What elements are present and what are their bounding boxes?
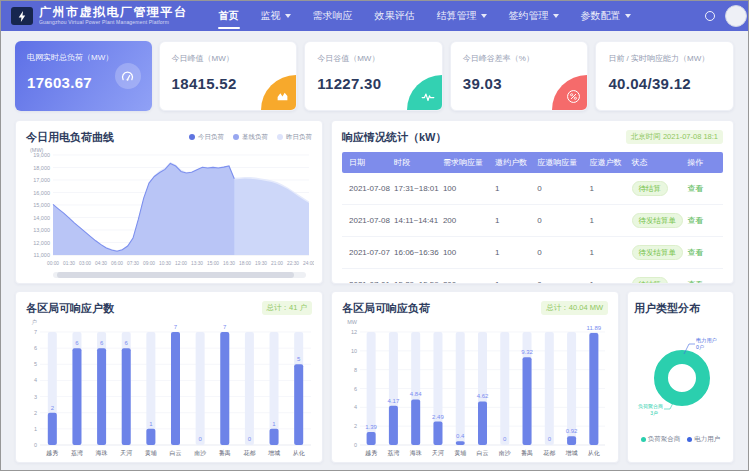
column-header: 状态 [629,152,685,173]
svg-text:海珠: 海珠 [410,450,422,456]
menu-item-5[interactable]: 签约管理 [498,1,570,31]
svg-text:越秀: 越秀 [365,449,377,457]
svg-text:07:30: 07:30 [127,261,139,266]
kpi-label: 今日峰值（MW） [172,53,285,64]
legend-dot [277,134,283,140]
kpi-card-3: 今日峰谷差率（%）39.03 [450,41,589,111]
legend-item-2[interactable]: 昨日负荷 [277,133,312,142]
svg-text:0: 0 [34,442,37,448]
cell-period: 16:06~16:36 [391,237,440,269]
kpi-label: 今日谷值（MW） [317,53,430,64]
svg-text:3户: 3户 [650,410,658,416]
cell-responded: 0 [534,237,586,269]
svg-text:黄埔: 黄埔 [145,450,157,456]
load-curve-title: 今日用电负荷曲线 [26,130,114,145]
menu-item-0[interactable]: 首页 [208,1,250,31]
svg-text:14,000: 14,000 [33,215,50,221]
svg-text:花都: 花都 [243,450,255,457]
menu-item-2[interactable]: 需求响应 [302,1,364,31]
svg-text:黄埔: 黄埔 [454,450,466,456]
svg-text:3: 3 [34,394,37,400]
menu-item-label: 需求响应 [313,9,353,23]
column-header: 操作 [684,152,723,173]
svg-text:2.49: 2.49 [432,414,444,420]
chevron-down-icon [285,14,291,18]
svg-text:4: 4 [354,404,357,410]
column-header: 时段 [391,152,440,173]
cell-date: 2021-07-08 [342,205,391,237]
legend-item-1[interactable]: 基线负荷 [233,133,268,142]
svg-text:荔湾: 荔湾 [71,449,83,457]
svg-text:13:30: 13:30 [191,261,203,266]
legend-label: 基线负荷 [242,133,268,142]
cell-demand: 200 [440,205,492,237]
svg-text:0: 0 [354,442,357,448]
response-table-body: 2021-07-0817:31~18:01100101待结算查看2021-07-… [342,173,723,284]
svg-text:南沙: 南沙 [194,450,206,456]
user-type-legend: 负荷聚合商电力用户 [634,435,727,444]
middle-row: 今日用电负荷曲线 今日负荷基线负荷昨日负荷 11,00012,00013,000… [15,120,734,284]
svg-text:09:00: 09:00 [143,261,155,266]
donut-legend-item-1[interactable]: 电力用户 [687,435,720,444]
svg-text:7: 7 [174,324,178,330]
column-header: 邀约户数 [492,152,534,173]
navbar: 广州市虚拟电厂管理平台 Guangzhou Virtual Power Plan… [1,1,748,31]
response-table: 日期时段需求响应量邀约户数应邀响应量应邀户数状态操作 2021-07-0817:… [342,152,723,284]
cell-responded: 0 [534,269,586,285]
response-stats-title: 响应情况统计（kW） [342,130,447,145]
menu-item-6[interactable]: 参数配置 [570,1,642,31]
cell-invited: 1 [492,205,534,237]
menu-item-3[interactable]: 效果评估 [364,1,426,31]
svg-text:8: 8 [354,367,357,373]
menu-item-label: 结算管理 [437,9,477,23]
view-link[interactable]: 查看 [687,216,703,225]
cell-date: 2021-07-01 [342,269,391,285]
svg-text:0.4: 0.4 [456,433,465,439]
chart-range-slider[interactable] [53,272,306,278]
svg-text:海珠: 海珠 [96,450,108,456]
legend-dot [641,437,646,442]
svg-text:13,000: 13,000 [33,227,50,233]
menu-item-label: 监视 [261,9,281,23]
navbar-menu: 首页监视需求响应效果评估结算管理签约管理参数配置 [208,1,642,31]
chevron-down-icon [481,14,487,18]
column-header: 日期 [342,152,391,173]
logo-icon [11,7,33,25]
response-table-head-row: 日期时段需求响应量邀约户数应邀响应量应邀户数状态操作 [342,152,723,173]
kpi-row: 电网实时总负荷（MW）17603.67今日峰值（MW）18415.52今日谷值（… [1,31,748,115]
slider-thumb[interactable] [57,272,294,278]
app-title: 广州市虚拟电厂管理平台 [39,6,188,20]
cell-period: 14:11~14:41 [391,205,440,237]
svg-text:天河: 天河 [432,450,444,456]
svg-text:21:00: 21:00 [271,261,283,266]
response-stats-panel: 响应情况统计（kW） 北京时间 2021-07-08 18:1 日期时段需求响应… [331,120,734,284]
menu-item-1[interactable]: 监视 [250,1,302,31]
svg-text:MW: MW [347,319,358,325]
cell-demand: 200 [440,269,492,285]
svg-text:04:30: 04:30 [95,261,107,266]
view-link[interactable]: 查看 [687,248,703,257]
view-link[interactable]: 查看 [687,280,703,284]
cell-action: 查看 [684,173,723,205]
cell-status: 待发结算单 [629,205,685,237]
column-header: 应邀响应量 [534,152,586,173]
avatar[interactable] [725,5,747,27]
svg-text:22:30: 22:30 [287,261,299,266]
svg-text:4.84: 4.84 [410,391,422,397]
user-type-panel: 用户类型分布 电力用户0户负荷聚合商3户 负荷聚合商电力用户 [627,291,734,463]
svg-text:16,000: 16,000 [33,190,50,196]
notification-icon[interactable] [705,11,715,21]
kpi-card-4: 日前 / 实时响应能力（MW）40.04/39.12 [595,41,734,111]
load-bar-title: 各区局可响应负荷 [342,301,430,316]
menu-item-4[interactable]: 结算管理 [426,1,498,31]
svg-text:10:30: 10:30 [159,261,171,266]
svg-text:7: 7 [34,329,37,335]
svg-text:0户: 0户 [696,344,704,350]
legend-item-0[interactable]: 今日负荷 [189,133,224,142]
view-link[interactable]: 查看 [687,184,703,193]
svg-text:12: 12 [351,329,357,335]
donut-legend-item-0[interactable]: 负荷聚合商 [641,435,681,444]
kpi-label: 今日峰谷差率（%） [463,53,576,64]
svg-text:增城: 增城 [566,450,578,457]
menu-item-label: 参数配置 [581,9,621,23]
